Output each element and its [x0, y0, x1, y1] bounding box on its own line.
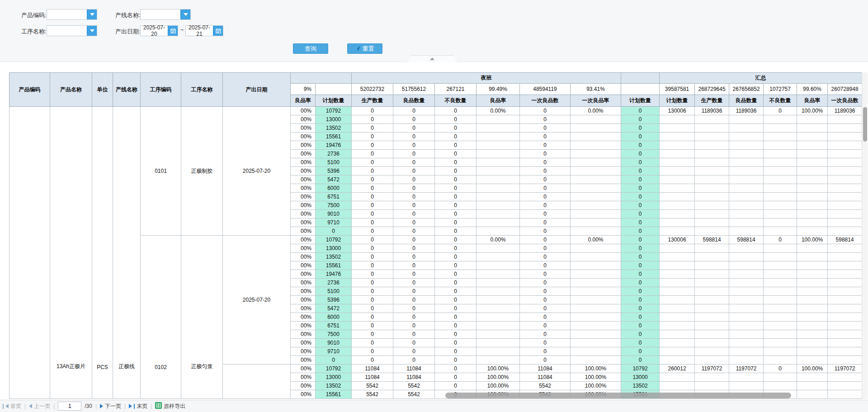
- horizontal-scrollbar-thumb[interactable]: [445, 393, 791, 398]
- vertical-scrollbar-thumb[interactable]: [863, 107, 867, 142]
- data-cell: 0: [352, 124, 393, 133]
- data-cell: [729, 210, 764, 218]
- chevron-down-icon[interactable]: [87, 26, 97, 36]
- data-cell: [695, 279, 729, 287]
- data-cell: 10792: [621, 365, 660, 373]
- output-date-cell: [223, 365, 291, 399]
- data-cell: [695, 373, 729, 382]
- data-cell: [828, 304, 862, 313]
- data-cell: 00%: [291, 141, 316, 150]
- grand-total-cell: 268729645: [695, 84, 729, 95]
- data-cell: 0: [621, 236, 660, 244]
- data-cell: [797, 124, 828, 133]
- data-cell: 00%: [291, 184, 316, 193]
- data-cell: 00%: [291, 175, 316, 184]
- data-cell: [797, 322, 828, 330]
- data-cell: [695, 184, 729, 193]
- data-cell: [695, 150, 729, 158]
- data-cell: 0: [393, 150, 435, 158]
- data-cell: 1189036: [695, 107, 729, 115]
- data-cell: 0: [435, 279, 476, 287]
- data-cell: [695, 175, 729, 184]
- export-button[interactable]: 原样导出: [155, 402, 185, 410]
- data-cell: [764, 227, 797, 236]
- line-name-select[interactable]: [140, 9, 191, 20]
- data-cell: 0: [435, 261, 476, 270]
- data-cell: [695, 296, 729, 304]
- data-cell: 0: [621, 124, 660, 133]
- last-page-button[interactable]: 末页: [129, 403, 147, 410]
- grand-total-cell: 99.49%: [476, 84, 520, 95]
- data-cell: [571, 158, 621, 167]
- process-name-select[interactable]: [47, 25, 97, 36]
- data-cell: [797, 184, 828, 193]
- data-cell: [660, 322, 695, 330]
- collapse-panel-handle[interactable]: [407, 55, 458, 62]
- data-cell: [797, 390, 828, 399]
- data-cell: [571, 322, 621, 330]
- data-cell: 100.00%: [797, 236, 828, 244]
- data-cell: [797, 304, 828, 313]
- data-cell: [571, 287, 621, 296]
- chevron-down-icon[interactable]: [180, 9, 190, 19]
- data-cell: [797, 382, 828, 390]
- data-cell: [695, 330, 729, 339]
- calendar-icon[interactable]: [168, 26, 178, 36]
- prev-page-button[interactable]: 上一页: [29, 403, 50, 410]
- data-cell: [695, 304, 729, 313]
- data-cell: 5542: [393, 382, 435, 390]
- data-cell: 0: [435, 304, 476, 313]
- data-cell: 0: [435, 158, 476, 167]
- data-cell: 00%: [291, 124, 316, 133]
- data-cell: 00%: [291, 253, 316, 261]
- date-to-input[interactable]: 2025-07-21: [185, 25, 223, 36]
- data-cell: 0: [621, 218, 660, 227]
- data-cell: [729, 339, 764, 347]
- page-number-input[interactable]: [58, 402, 81, 411]
- data-cell: [476, 279, 520, 287]
- data-cell: [695, 227, 729, 236]
- data-cell: [764, 175, 797, 184]
- next-page-button[interactable]: 下一页: [100, 403, 121, 410]
- column-header: 计划数量: [316, 95, 352, 107]
- data-cell: 0: [435, 287, 476, 296]
- data-cell: 0: [393, 218, 435, 227]
- column-header: 一次良品数: [828, 95, 862, 107]
- data-cell: [828, 279, 862, 287]
- data-cell: [797, 227, 828, 236]
- first-page-button[interactable]: 首页: [3, 403, 21, 410]
- data-cell: 0: [393, 201, 435, 210]
- data-cell: 00%: [291, 210, 316, 218]
- vertical-scrollbar[interactable]: [862, 72, 868, 399]
- chevron-down-icon[interactable]: [87, 9, 97, 19]
- query-button-label: 查询: [305, 45, 316, 53]
- data-cell: 0: [435, 167, 476, 175]
- data-cell: 0: [352, 253, 393, 261]
- data-cell: [764, 322, 797, 330]
- data-cell: 0: [435, 322, 476, 330]
- data-cell: [828, 373, 862, 382]
- data-cell: 0: [435, 175, 476, 184]
- data-cell: 00%: [291, 158, 316, 167]
- data-cell: 0: [352, 279, 393, 287]
- data-cell: [828, 210, 862, 218]
- data-cell: 0: [621, 175, 660, 184]
- calendar-icon[interactable]: [213, 26, 223, 36]
- first-page-label: 首页: [10, 403, 21, 410]
- reset-button[interactable]: 重置: [347, 43, 382, 54]
- data-cell: 00%: [291, 150, 316, 158]
- data-cell: 19476: [316, 141, 352, 150]
- data-cell: 00%: [291, 287, 316, 296]
- date-from-input[interactable]: 2025-07-20: [140, 25, 178, 36]
- query-button[interactable]: 查询: [293, 43, 328, 54]
- output-date-cell: 2025-07-20: [223, 107, 291, 236]
- group-header-spacer: [291, 73, 352, 84]
- data-cell: [764, 218, 797, 227]
- product-code-select[interactable]: [47, 9, 97, 20]
- data-cell: [476, 193, 520, 201]
- data-cell: 0: [352, 236, 393, 244]
- data-cell: [797, 150, 828, 158]
- data-cell: [729, 167, 764, 175]
- data-cell: [828, 261, 862, 270]
- data-cell: 0: [621, 150, 660, 158]
